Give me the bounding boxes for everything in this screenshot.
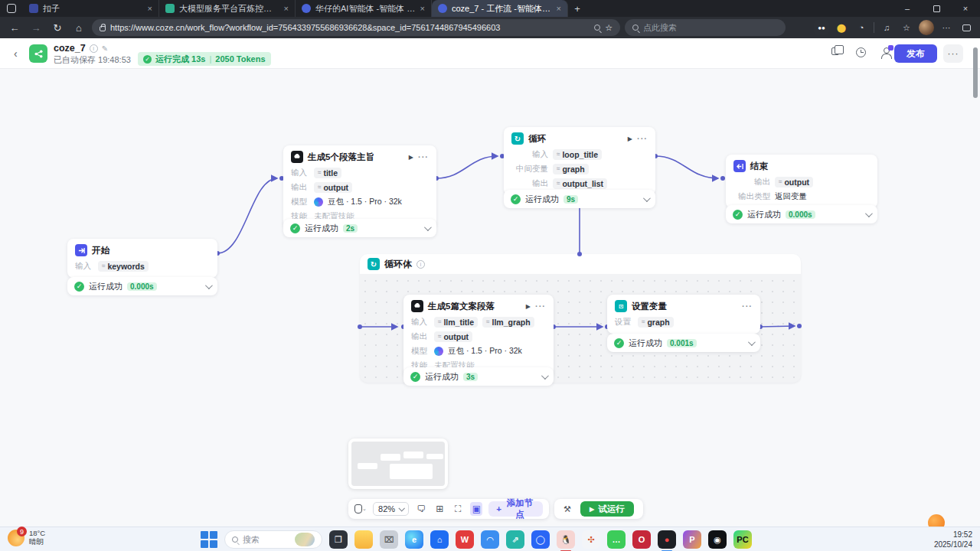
taskbar-app-device-manager[interactable]: ⌧: [380, 530, 398, 549]
assistant-bubble[interactable]: [928, 514, 945, 527]
zoom-select[interactable]: 82%: [373, 502, 409, 516]
taskbar-app-qq-active[interactable]: 🐧: [557, 530, 575, 549]
var-pill[interactable]: ≈output_list: [553, 178, 607, 189]
window-restore-button[interactable]: [922, 0, 951, 17]
node-loop-status[interactable]: ✓ 运行成功 9s: [504, 190, 655, 208]
comment-icon[interactable]: 🗨: [415, 502, 427, 516]
favorites-icon[interactable]: ☆: [899, 20, 914, 35]
address-bar[interactable]: https://www.coze.cn/work_flow?workflow_i…: [92, 19, 620, 36]
refresh-icon[interactable]: ↻: [49, 19, 66, 36]
taskbar-app-quark[interactable]: ◯: [531, 530, 550, 549]
taskbar-search-box[interactable]: 搜索: [224, 530, 322, 549]
start-button[interactable]: [201, 531, 217, 548]
var-pill[interactable]: ≈graph: [553, 164, 589, 174]
node-more-icon[interactable]: ···: [418, 152, 429, 161]
var-pill[interactable]: ≈title: [314, 168, 341, 178]
taskbar-app-dingtalk[interactable]: ✣: [582, 530, 600, 549]
taskbar-app-wps[interactable]: W: [456, 530, 474, 549]
extension-panda-icon[interactable]: ●●: [814, 20, 829, 35]
taskbar-app-qq-browser[interactable]: ◠: [481, 530, 499, 549]
run-node-icon[interactable]: ▶: [409, 154, 413, 161]
taskbar-app-p[interactable]: P: [683, 530, 701, 549]
node-end-status[interactable]: ✓ 运行成功 0.000s: [726, 205, 877, 223]
debug-tool-icon[interactable]: ⚒: [560, 502, 574, 516]
var-pill[interactable]: ≈output: [775, 177, 813, 187]
node-llm1-status[interactable]: ✓ 运行成功 2s: [283, 219, 436, 237]
export-image-icon[interactable]: ⛶: [452, 502, 464, 516]
extension-paw-icon[interactable]: ⬤: [834, 20, 849, 35]
var-pill[interactable]: ≈graph: [638, 317, 674, 328]
window-close-button[interactable]: ×: [951, 0, 980, 17]
tab-coze7-workflow[interactable]: coze_7 - 工作流 -智能体平台 ×: [432, 0, 568, 17]
edit-title-icon[interactable]: ✎: [102, 44, 108, 53]
run-node-icon[interactable]: ▶: [526, 303, 531, 310]
test-run-button[interactable]: ▶ 试运行: [580, 501, 634, 517]
minimap-toggle-icon[interactable]: ▣: [470, 502, 482, 516]
taskbar-app-dark-circle[interactable]: ◉: [708, 530, 727, 549]
node-more-icon[interactable]: ···: [535, 302, 546, 311]
taskbar-app-recorder[interactable]: ●: [658, 530, 676, 549]
back-icon[interactable]: ←: [6, 19, 23, 36]
chevron-down-icon[interactable]: [424, 223, 432, 231]
new-tab-button[interactable]: +: [568, 3, 586, 15]
browser-menu-icon[interactable]: ···: [939, 20, 954, 35]
browser-sidebar-icon[interactable]: [0, 4, 23, 13]
forward-icon[interactable]: →: [28, 19, 44, 36]
minimap[interactable]: [348, 439, 448, 489]
var-pill[interactable]: ≈output: [434, 331, 472, 342]
publish-button[interactable]: 发布: [894, 44, 937, 63]
var-pill[interactable]: ≈loop_title: [553, 149, 602, 160]
pointer-mode-icon[interactable]: ⌄: [354, 502, 367, 516]
var-pill[interactable]: ≈llm_graph: [482, 317, 534, 328]
run-node-icon[interactable]: ▶: [628, 135, 632, 142]
workflow-canvas[interactable]: ↻ 循环体 i: [0, 69, 980, 527]
tab-close-icon[interactable]: ×: [420, 4, 425, 13]
run-complete-badge[interactable]: ✓ 运行完成 13s | 2050 Tokens: [138, 52, 271, 66]
chevron-down-icon[interactable]: [205, 282, 213, 289]
node-more-icon[interactable]: ···: [637, 134, 648, 143]
taskbar-app-pycharm[interactable]: PC: [733, 530, 752, 549]
taskbar-app-store[interactable]: ⌂: [430, 530, 449, 549]
var-pill[interactable]: ≈output: [314, 182, 352, 193]
auto-layout-icon[interactable]: ⊞: [433, 502, 446, 516]
taskbar-app-wechat[interactable]: …: [607, 530, 626, 549]
back-to-list-icon[interactable]: ‹: [14, 47, 18, 60]
home-icon[interactable]: ⌂: [70, 19, 87, 36]
taskbar-clock[interactable]: 19:52 2025/10/24: [934, 530, 972, 549]
taskbar-app-task-view[interactable]: ❒: [329, 530, 348, 549]
node-llm-paragraph-topics[interactable]: 生成5个段落主旨 ▶ ··· 输入 ≈title 输出 ≈output 模型 豆…: [283, 145, 436, 228]
weather-widget[interactable]: 9 18°C 晴朗: [8, 530, 45, 546]
chevron-down-icon[interactable]: [865, 210, 873, 217]
add-node-button[interactable]: + 添加节点: [488, 501, 543, 517]
node-llm-copy-paragraphs[interactable]: 生成5篇文案段落 ▶ ··· 输入 ≈llm_title ≈llm_graph …: [403, 295, 554, 377]
sidebar-toggle-icon[interactable]: [959, 20, 974, 35]
taskbar-app-file-explorer[interactable]: [354, 530, 373, 549]
tab-agent[interactable]: 华仔的AI智能体 -智能体 - 扣子 ×: [296, 0, 432, 17]
tab-close-icon[interactable]: ×: [557, 4, 561, 13]
chevron-down-icon[interactable]: [643, 194, 651, 202]
page-scrollbar[interactable]: [973, 47, 978, 98]
taskbar-app-feishu[interactable]: ⇗: [506, 530, 524, 549]
var-pill[interactable]: ≈llm_title: [434, 317, 478, 328]
node-llm2-status[interactable]: ✓ 运行成功 3s: [403, 367, 554, 386]
chevron-down-icon[interactable]: [748, 338, 756, 346]
quick-search-box[interactable]: 点此搜索: [625, 19, 786, 36]
tab-close-icon[interactable]: ×: [284, 4, 289, 13]
browser-profile-avatar[interactable]: [919, 20, 934, 35]
window-minimize-button[interactable]: –: [893, 0, 922, 17]
info-icon[interactable]: i: [90, 44, 98, 53]
node-end[interactable]: 结束 输出 ≈output 输出类型 返回变量: [726, 155, 877, 208]
taskbar-app-edge[interactable]: e: [405, 530, 423, 549]
header-more-icon[interactable]: ···: [943, 44, 963, 63]
collaborators-icon[interactable]: [880, 47, 894, 61]
duplicate-icon[interactable]: [831, 47, 845, 61]
taskbar-app-obs-red[interactable]: O: [632, 530, 651, 549]
node-start[interactable]: 开始 输入 ≈keywords: [67, 239, 217, 278]
chevron-down-icon[interactable]: [541, 372, 549, 380]
node-start-status[interactable]: ✓ 运行成功 0.000s: [67, 277, 217, 295]
tab-kouzi[interactable]: 扣子 ×: [23, 0, 159, 17]
media-control-icon[interactable]: ♫: [879, 20, 894, 35]
bookmark-star-icon[interactable]: ☆: [605, 23, 612, 33]
node-more-icon[interactable]: ···: [742, 302, 753, 311]
var-pill[interactable]: ≈keywords: [98, 261, 149, 272]
